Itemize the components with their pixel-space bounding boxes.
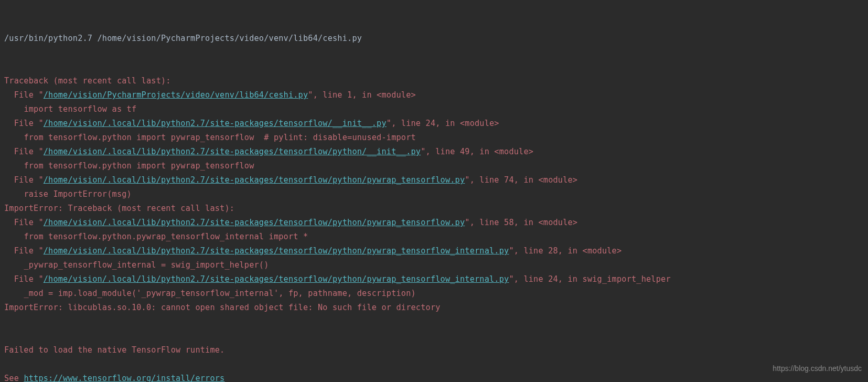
- file-link[interactable]: /home/vision/.local/lib/python2.7/site-p…: [44, 218, 465, 227]
- text-segment: _pywrap_tensorflow_internal = swig_impor…: [24, 260, 269, 270]
- console-line: _pywrap_tensorflow_internal = swig_impor…: [4, 258, 864, 272]
- traceback-block: Traceback (most recent call last): File …: [4, 74, 864, 382]
- command-line: /usr/bin/python2.7 /home/vision/PycharmP…: [4, 31, 864, 46]
- text-segment: Traceback (most recent call last):: [4, 76, 171, 86]
- file-link[interactable]: /home/vision/PycharmProjects/video/venv/…: [44, 90, 308, 100]
- console-line: [4, 329, 864, 343]
- text-segment: File ": [14, 147, 44, 156]
- watermark: https://blog.csdn.net/ytusdc: [773, 362, 862, 376]
- indent: [4, 175, 14, 185]
- console-line: File "/home/vision/.local/lib/python2.7/…: [4, 216, 864, 230]
- console-line: Failed to load the native TensorFlow run…: [4, 343, 864, 357]
- text-segment: File ": [14, 119, 44, 128]
- console-line: import tensorflow as tf: [4, 102, 864, 116]
- file-link[interactable]: https://www.tensorflow.org/install/error…: [24, 374, 224, 382]
- text-segment: ImportError: Traceback (most recent call…: [4, 204, 234, 213]
- indent: [4, 90, 14, 100]
- file-link[interactable]: /home/vision/.local/lib/python2.7/site-p…: [44, 119, 387, 128]
- console-line: ImportError: Traceback (most recent call…: [4, 201, 864, 216]
- console-line: from tensorflow.python import pywrap_ten…: [4, 131, 864, 145]
- text-segment: ImportError: libcublas.so.10.0: cannot o…: [4, 303, 441, 312]
- text-segment: ", line 1, in <module>: [308, 90, 416, 100]
- file-link[interactable]: /home/vision/.local/lib/python2.7/site-p…: [44, 274, 509, 284]
- indent: [4, 260, 24, 270]
- text-segment: from tensorflow.python import pywrap_ten…: [24, 133, 416, 142]
- console-line: File "/home/vision/PycharmProjects/video…: [4, 88, 864, 102]
- text-segment: File ": [14, 274, 44, 284]
- console-line: File "/home/vision/.local/lib/python2.7/…: [4, 145, 864, 159]
- text-segment: File ": [14, 175, 44, 185]
- text-segment: ", line 24, in <module>: [387, 119, 499, 128]
- console-line: File "/home/vision/.local/lib/python2.7/…: [4, 116, 864, 131]
- text-segment: See: [4, 374, 24, 382]
- indent: [4, 119, 14, 128]
- console-output: /usr/bin/python2.7 /home/vision/PycharmP…: [0, 0, 868, 382]
- indent: [4, 218, 14, 227]
- console-line: from tensorflow.python import pywrap_ten…: [4, 159, 864, 173]
- console-line: See https://www.tensorflow.org/install/e…: [4, 372, 864, 382]
- text-segment: raise ImportError(msg): [24, 189, 132, 199]
- text-segment: from tensorflow.python.pywrap_tensorflow…: [24, 232, 308, 241]
- console-line: _mod = imp.load_module('_pywrap_tensorfl…: [4, 286, 864, 301]
- indent: [4, 189, 24, 199]
- console-line: File "/home/vision/.local/lib/python2.7/…: [4, 173, 864, 187]
- indent: [4, 104, 24, 114]
- console-line: from tensorflow.python.pywrap_tensorflow…: [4, 230, 864, 244]
- text-segment: ", line 28, in <module>: [509, 246, 621, 256]
- text-segment: _mod = imp.load_module('_pywrap_tensorfl…: [24, 289, 416, 298]
- console-line: [4, 315, 864, 329]
- text-segment: ", line 58, in <module>: [465, 218, 577, 227]
- indent: [4, 274, 14, 284]
- text-segment: Failed to load the native TensorFlow run…: [4, 345, 224, 355]
- file-link[interactable]: /home/vision/.local/lib/python2.7/site-p…: [44, 246, 509, 256]
- console-line: Traceback (most recent call last):: [4, 74, 864, 88]
- text-segment: ", line 49, in <module>: [421, 147, 533, 156]
- console-line: raise ImportError(msg): [4, 187, 864, 201]
- indent: [4, 147, 14, 156]
- text-segment: File ": [14, 246, 44, 256]
- text-segment: ", line 24, in swig_import_helper: [509, 274, 670, 284]
- file-link[interactable]: /home/vision/.local/lib/python2.7/site-p…: [44, 147, 421, 156]
- text-segment: import tensorflow as tf: [24, 104, 136, 114]
- console-line: File "/home/vision/.local/lib/python2.7/…: [4, 272, 864, 286]
- text-segment: from tensorflow.python import pywrap_ten…: [24, 161, 254, 171]
- indent: [4, 246, 14, 256]
- console-line: File "/home/vision/.local/lib/python2.7/…: [4, 244, 864, 258]
- console-line: ImportError: libcublas.so.10.0: cannot o…: [4, 301, 864, 315]
- console-line: [4, 357, 864, 372]
- text-segment: File ": [14, 90, 44, 100]
- text-segment: File ": [14, 218, 44, 227]
- indent: [4, 232, 24, 241]
- indent: [4, 289, 24, 298]
- indent: [4, 161, 24, 171]
- file-link[interactable]: /home/vision/.local/lib/python2.7/site-p…: [44, 175, 465, 185]
- text-segment: ", line 74, in <module>: [465, 175, 577, 185]
- indent: [4, 133, 24, 142]
